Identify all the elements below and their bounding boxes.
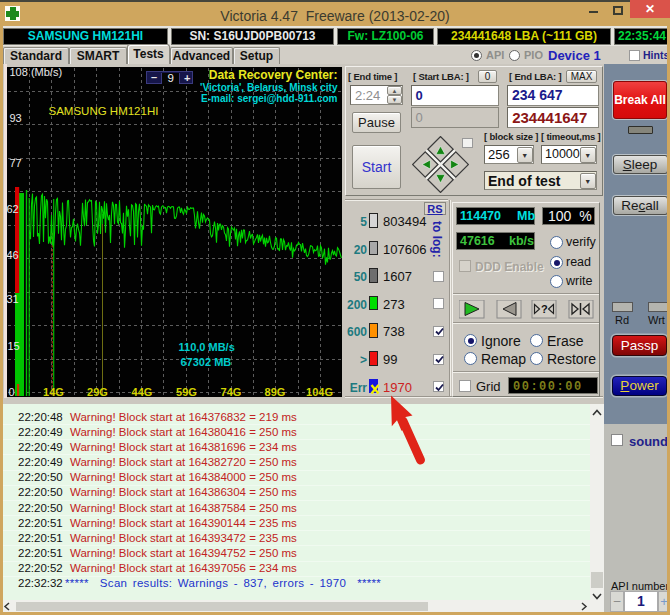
svg-text:110,0 MB/s: 110,0 MB/s <box>178 341 234 353</box>
svg-text:?: ? <box>541 303 548 315</box>
svg-text:77: 77 <box>9 157 21 169</box>
svg-text:74G: 74G <box>220 386 241 397</box>
svg-text:15: 15 <box>7 340 19 352</box>
svg-text:SAMSUNG HM121HI: SAMSUNG HM121HI <box>48 105 158 117</box>
svg-text:93: 93 <box>9 112 21 124</box>
svg-text:Data Recovery Center:: Data Recovery Center: <box>208 68 337 82</box>
svg-text:59G: 59G <box>176 386 197 397</box>
svg-text:29G: 29G <box>87 386 108 397</box>
svg-text:31: 31 <box>7 293 19 305</box>
svg-text:0: 0 <box>8 386 14 397</box>
svg-text:108 (Mb/s): 108 (Mb/s) <box>9 67 62 78</box>
svg-text:62: 62 <box>7 203 19 215</box>
svg-text:E-mail: sergei@hdd-911.com: E-mail: sergei@hdd-911.com <box>201 93 338 104</box>
svg-text:14G: 14G <box>43 386 64 397</box>
svg-text:'Victoria', Belarus, Minsk cit: 'Victoria', Belarus, Minsk city <box>200 82 338 93</box>
svg-text:89G: 89G <box>264 386 285 397</box>
svg-text:44G: 44G <box>131 386 152 397</box>
svg-text:46: 46 <box>7 249 19 261</box>
svg-text:104G: 104G <box>306 386 333 397</box>
svg-text:67302 MB: 67302 MB <box>180 356 231 368</box>
